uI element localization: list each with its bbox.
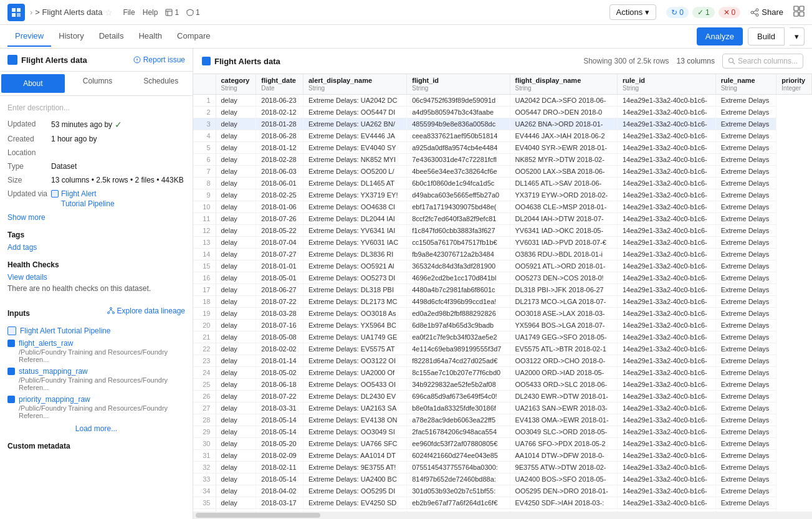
cell: 2018-01-14: [256, 355, 303, 367]
share-button[interactable]: Share: [750, 7, 783, 17]
tab-health[interactable]: Health: [131, 26, 170, 47]
col-flight-id[interactable]: flight_id String: [407, 74, 510, 95]
col-flight-date[interactable]: flight_date Date: [256, 74, 303, 95]
cell: Extreme Delays: OO5447 DI: [303, 107, 406, 118]
view-details-link[interactable]: View details: [7, 273, 185, 282]
cell: EV4250 SDF->IAH 2018-03-:: [510, 497, 617, 509]
cell: Extreme Delays: YX3719 EY!: [303, 189, 406, 201]
cell: 2018-01-12: [256, 142, 303, 154]
updated-via-row: Updated via Flight Alert Tutorial Pipeli…: [7, 189, 185, 208]
favorite-icon[interactable]: ☆: [105, 7, 113, 17]
actions-button[interactable]: Actions ▾: [609, 4, 657, 20]
data-table-container[interactable]: category String flight_date Date alert_d…: [193, 74, 812, 512]
cell: 2018-05-14: [256, 426, 303, 438]
scrollbar-thumb[interactable]: [196, 513, 320, 518]
updated-via-link[interactable]: Flight Alert: [61, 189, 97, 198]
cell: 14ea29e1-33a2-40c0-b1c6-: [617, 189, 715, 201]
priority-mapping-raw-path: /Public/Foundry Training and Resources/F…: [7, 404, 185, 419]
top-bar: › > Flight Alerts data ☆ File Help 1 1 A…: [0, 0, 812, 25]
cell: Extreme Delays: UA262 BN/: [303, 118, 406, 130]
col-alert-display-name[interactable]: alert_display_name String: [303, 74, 406, 95]
table-row: 20delay2018-07-16Extreme Delays: YX5964 …: [193, 320, 812, 331]
row-number: 12: [193, 225, 216, 237]
cell: YX3719 EYW->ORD 2018-02-: [510, 189, 617, 201]
refresh-pill[interactable]: ↻ 0: [666, 7, 689, 18]
cell: 14ea29e1-33a2-40c0-b1c6-: [617, 213, 715, 225]
cell: 4bee56e34ee37c38264cf6e: [407, 166, 510, 178]
priority-mapping-raw-item: priority_mapping_raw /Public/Foundry Tra…: [7, 395, 185, 419]
status-mapping-raw-name[interactable]: status_mapping_raw: [19, 367, 88, 376]
cell: DL2044 IAH->DTW 2018-07-: [510, 213, 617, 225]
cell: Extreme Delays: [715, 154, 776, 166]
cell: 14ea29e1-33a2-40c0-b1c6-: [617, 343, 715, 355]
table-row: 16delay2018-05-01Extreme Delays: OO5273 …: [193, 272, 812, 284]
cell: OO3049 SLC->ORD 2018-05-: [510, 426, 617, 438]
col-rule-id[interactable]: rule_id String: [617, 74, 715, 95]
type-label: Type: [7, 162, 51, 171]
explore-lineage-button[interactable]: Explore data lineage: [107, 307, 185, 315]
cell: 2018-05-01: [256, 272, 303, 284]
tab-compare[interactable]: Compare: [170, 26, 217, 47]
cell: 14ea29e1-33a2-40c0-b1c6-: [617, 272, 715, 284]
report-issue-button[interactable]: Report issue: [133, 55, 185, 64]
flight-alerts-raw-item: flight_alerts_raw /Public/Foundry Traini…: [7, 339, 185, 363]
tab-preview[interactable]: Preview: [7, 26, 51, 47]
breadcrumb-current[interactable]: > Flight Alerts data: [35, 7, 102, 17]
description-field[interactable]: Enter description...: [7, 103, 185, 112]
flight-alerts-raw-name[interactable]: flight_alerts_raw: [19, 339, 73, 348]
cell: 2018-06-18: [256, 379, 303, 391]
add-tags-button[interactable]: Add tags: [7, 243, 37, 252]
col-flight-display-name[interactable]: flight_display_name String: [510, 74, 617, 95]
cell: delay: [216, 331, 256, 343]
priority-mapping-raw-name[interactable]: priority_mapping_raw: [19, 395, 90, 404]
file-menu[interactable]: File: [123, 8, 135, 17]
help-menu[interactable]: Help: [143, 8, 158, 17]
cell: ceea8337621aef950b51814: [407, 130, 510, 142]
row-number: 13: [193, 237, 216, 249]
row-count: Showing 300 of 2.5k rows: [583, 57, 669, 65]
check-count: 1: [705, 8, 710, 17]
pipeline-input-icon: [7, 326, 16, 335]
updated-via-label: Updated via: [7, 189, 51, 198]
tab-history[interactable]: History: [51, 26, 91, 47]
analyze-button[interactable]: Analyze: [697, 27, 743, 45]
horizontal-scrollbar[interactable]: [193, 512, 812, 519]
cell: OO4638 CLE->MSP 2018-01-: [510, 201, 617, 213]
cell: YV6341 IAD->OKC 2018-05-: [510, 225, 617, 237]
cell: UA2163 SAN->EWR 2018-03-: [510, 402, 617, 414]
cell: Extreme Delays: [715, 343, 776, 355]
col-priority[interactable]: priority Integer: [776, 74, 812, 95]
col-rule-name[interactable]: rule_name String: [715, 74, 776, 95]
flight-alerts-raw-row: flight_alerts_raw: [7, 339, 73, 348]
table-row: 34delay2018-04-02Extreme Delays: OO5295 …: [193, 485, 812, 497]
row-number: 24: [193, 367, 216, 379]
build-button[interactable]: Build: [748, 27, 785, 45]
dataset-input-icon3: [7, 396, 15, 403]
cell: delay: [216, 154, 256, 166]
column-count[interactable]: 13 columns: [677, 57, 715, 65]
show-more-button[interactable]: Show more: [7, 213, 185, 222]
check-pill[interactable]: ✓ 1: [692, 7, 715, 18]
cell: Extreme Delays: DL2173 MC: [303, 296, 406, 308]
cell: 7e43630031de47c72281fcfl: [407, 154, 510, 166]
table-row: 21delay2018-05-08Extreme Delays: UA1749 …: [193, 331, 812, 343]
updated-via-sub[interactable]: Tutorial Pipeline: [61, 199, 115, 208]
about-tabs: About Columns Schedules: [0, 72, 193, 96]
row-number: 17: [193, 284, 216, 296]
schedules-tab[interactable]: Schedules: [129, 72, 193, 95]
columns-tab[interactable]: Columns: [66, 72, 130, 95]
cell: OO5921 ATL->ORD 2018-01-: [510, 260, 617, 272]
search-columns-box[interactable]: Search columns...: [722, 54, 803, 69]
col-category[interactable]: category String: [216, 74, 256, 95]
input1-name[interactable]: Flight Alert Tutorial Pipeline: [20, 326, 110, 335]
error-pill[interactable]: ✕ 0: [719, 7, 741, 18]
load-more-button[interactable]: Load more...: [7, 424, 185, 433]
right-panel: Flight Alerts data Showing 300 of 2.5k r…: [193, 49, 812, 519]
tab-details[interactable]: Details: [92, 26, 131, 47]
grid-view-button[interactable]: [793, 6, 805, 19]
about-tab[interactable]: About: [1, 74, 65, 93]
build-chevron-button[interactable]: ▾: [790, 27, 805, 45]
cell: eb2b9e67af77a6f264d1c6f€: [407, 497, 510, 509]
created-value: 1 hour ago by: [51, 135, 97, 143]
actions-chevron-icon: ▾: [645, 7, 649, 17]
